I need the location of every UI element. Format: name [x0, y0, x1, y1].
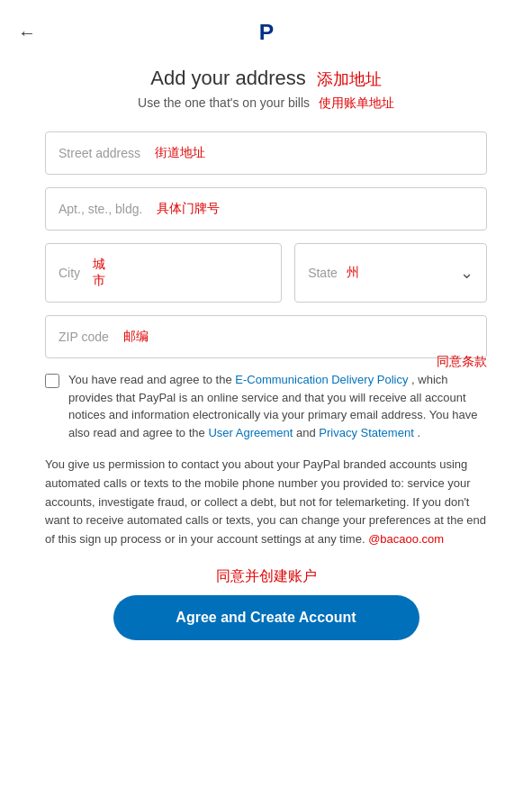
street-input[interactable] — [212, 146, 473, 160]
apt-group: Apt., ste., bldg. 具体门牌号 — [45, 187, 487, 231]
user-agreement-link[interactable]: User Agreement — [208, 426, 293, 439]
apt-input[interactable] — [227, 202, 473, 216]
watermark: @bacaoo.com — [368, 532, 444, 546]
page-title-en: Add your address — [150, 67, 305, 89]
subtitle-row: Use the one that's on your bills 使用账单地址 — [45, 95, 487, 112]
header: ← P — [0, 0, 532, 58]
subtitle-en: Use the one that's on your bills — [138, 95, 310, 110]
page-title-cn: 添加地址 — [317, 70, 382, 88]
agreement-text: You have read and agree to the E-Communi… — [68, 371, 487, 441]
agreement-checkbox[interactable] — [45, 374, 59, 388]
state-dropdown[interactable]: State 州 ⌄ — [294, 243, 487, 303]
permission-text: You give us permission to contact you ab… — [45, 456, 487, 549]
zip-label-en: ZIP code — [59, 330, 109, 344]
state-label-cn: 州 — [347, 265, 359, 281]
city-label-en: City — [59, 266, 80, 280]
paypal-logo: P — [250, 16, 283, 49]
title-row: Add your address 添加地址 — [45, 67, 487, 90]
agreement-section: You have read and agree to the E-Communi… — [45, 371, 487, 441]
subtitle-cn: 使用账单地址 — [319, 95, 394, 110]
city-field-wrapper: City 城市 — [45, 243, 282, 303]
agree-text-part1: You have read and agree to the — [68, 373, 235, 386]
city-label-cn: 城市 — [93, 257, 105, 289]
agree-text-part3: and — [296, 426, 319, 439]
cta-section: 同意并创建账户 Agree and Create Account — [45, 567, 487, 640]
e-communication-link[interactable]: E-Communication Delivery Policy — [235, 373, 408, 386]
street-label-en: Street address — [59, 146, 140, 160]
apt-label-cn: 具体门牌号 — [157, 201, 220, 217]
city-state-group: City 城市 State 州 ⌄ — [45, 243, 487, 303]
apt-label-en: Apt., ste., bldg. — [59, 202, 142, 216]
zip-input[interactable] — [156, 330, 473, 344]
state-label-en: State — [308, 266, 338, 280]
back-button[interactable]: ← — [18, 23, 36, 43]
svg-text:P: P — [258, 20, 273, 44]
cta-cn-label: 同意并创建账户 — [45, 567, 487, 586]
privacy-statement-link[interactable]: Privacy Statement — [319, 426, 414, 439]
zip-group: ZIP code 邮编 — [45, 315, 487, 358]
checkbox-row: You have read and agree to the E-Communi… — [45, 371, 487, 441]
street-address-group: Street address 街道地址 — [45, 131, 487, 175]
agree-text-part4: . — [417, 426, 420, 439]
agree-create-account-button[interactable]: Agree and Create Account — [113, 595, 419, 640]
city-input[interactable] — [111, 266, 268, 280]
zip-label-cn: 邮编 — [123, 329, 149, 345]
street-label-cn: 街道地址 — [155, 145, 205, 161]
page-content: Add your address 添加地址 Use the one that's… — [0, 58, 532, 667]
chevron-down-icon: ⌄ — [460, 263, 473, 283]
agree-cn-label: 同意条款 — [437, 352, 487, 371]
